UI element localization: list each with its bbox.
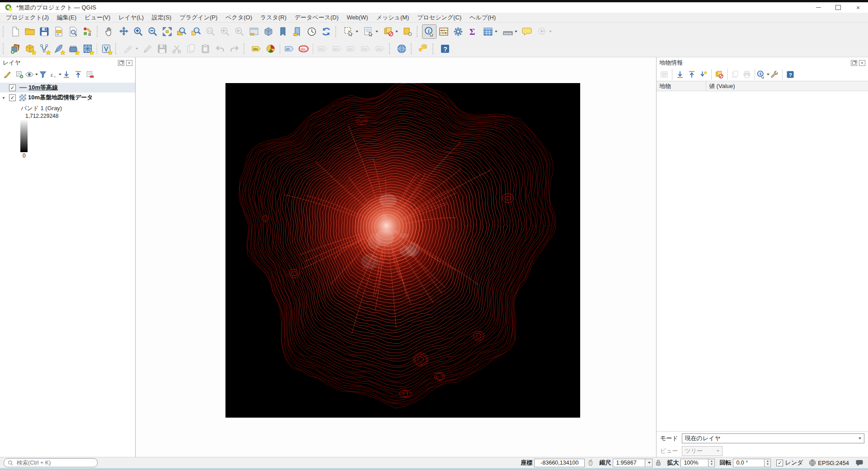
chevron-down-icon[interactable] [495, 31, 497, 33]
show-layout-manager-button[interactable] [66, 24, 80, 39]
map-canvas[interactable] [136, 57, 656, 457]
layer-diagram-options-button[interactable] [263, 42, 278, 56]
open-layer-styling-button[interactable] [2, 69, 14, 80]
menu-item-2[interactable]: ビュー(V) [80, 13, 114, 23]
menu-item-10[interactable]: メッシュ(M) [372, 13, 413, 23]
new-virtual-layer-button[interactable] [99, 42, 113, 56]
extent-toggle-icon[interactable] [586, 459, 595, 467]
processing-toolbox-button[interactable] [451, 24, 465, 39]
layers-panel-close-button[interactable]: × [126, 60, 132, 66]
open-project-button[interactable] [23, 24, 37, 39]
layer-row-contours[interactable]: ✓ 10m等高線 [0, 83, 135, 93]
layer2-expander[interactable]: ▾ [0, 95, 7, 100]
menu-item-6[interactable]: ベクタ(O) [221, 13, 256, 23]
data-source-manager-button[interactable] [8, 42, 23, 56]
rotation-spinner[interactable]: ▲▼ [765, 459, 771, 467]
new-print-layout-button[interactable] [52, 24, 66, 39]
show-statistics-button[interactable] [465, 24, 480, 39]
column-header-feature[interactable]: 地物 [657, 81, 706, 91]
layers-panel-float-button[interactable] [118, 60, 124, 66]
collapse-tree-button[interactable] [686, 69, 698, 80]
new-shapefile-layer-button[interactable] [37, 42, 52, 56]
chevron-down-icon[interactable] [395, 31, 398, 33]
chevron-down-icon[interactable] [356, 31, 358, 33]
highlight-pinned-labels-button[interactable] [282, 42, 296, 56]
new-temporary-scratch-layer-button[interactable] [66, 42, 80, 56]
select-features-by-value-button[interactable] [361, 24, 380, 39]
scale-dropdown-button[interactable] [645, 459, 652, 467]
new-spatial-bookmark-button[interactable] [276, 24, 290, 39]
layer2-checkbox[interactable]: ✓ [9, 94, 16, 101]
layer1-checkbox[interactable]: ✓ [9, 84, 16, 91]
menu-item-9[interactable]: Web(W) [343, 13, 372, 22]
new-map-view-button[interactable] [247, 24, 261, 39]
render-checkbox[interactable]: ✓ [776, 460, 783, 466]
manage-map-themes-button[interactable] [25, 69, 37, 80]
identify-mode-button[interactable] [757, 69, 769, 80]
add-group-button[interactable] [14, 69, 25, 80]
new-mesh-layer-button[interactable] [80, 42, 95, 56]
expand-tree-button[interactable] [674, 69, 686, 80]
expand-new-results-button[interactable] [698, 69, 709, 80]
identify-table-body[interactable] [657, 91, 868, 432]
layer-labeling-options-button[interactable] [249, 42, 263, 56]
help-contents-button[interactable] [438, 42, 452, 56]
select-by-location-button[interactable] [400, 24, 415, 39]
minimize-button[interactable] [808, 2, 828, 13]
zoom-out-button[interactable] [145, 24, 160, 39]
save-project-button[interactable] [37, 24, 52, 39]
expand-all-button[interactable] [61, 69, 72, 80]
close-button[interactable]: × [848, 2, 868, 13]
python-console-button[interactable] [416, 42, 431, 56]
menu-item-12[interactable]: ヘルプ(H) [465, 13, 500, 23]
chevron-down-icon[interactable] [136, 48, 138, 50]
mode-combobox[interactable]: 現在のレイヤ [682, 433, 864, 443]
zoom-to-selection-button[interactable] [189, 24, 203, 39]
zoom-full-extent-button[interactable] [160, 24, 174, 39]
zoom-to-layer-button[interactable] [174, 24, 189, 39]
filter-by-expression-button[interactable] [49, 69, 61, 80]
zoom-in-button[interactable] [131, 24, 145, 39]
statistical-summary-button[interactable] [436, 24, 451, 39]
crs-status-button[interactable]: EPSG:2454 [808, 459, 849, 467]
measure-line-button[interactable] [500, 24, 520, 39]
select-features-button[interactable] [341, 24, 361, 39]
new-geopackage-layer-button[interactable] [23, 42, 37, 56]
new-project-button[interactable] [8, 24, 23, 39]
show-unplaced-labels-button[interactable] [296, 42, 311, 56]
menu-item-5[interactable]: プラグイン(P) [175, 13, 221, 23]
new-spatialite-layer-button[interactable] [52, 42, 66, 56]
coordinate-input[interactable] [534, 459, 585, 467]
scale-input[interactable] [613, 459, 645, 467]
search-input[interactable] [16, 459, 94, 466]
refresh-map-button[interactable] [319, 24, 333, 39]
deselect-features-button[interactable] [380, 24, 400, 39]
magnifier-spinner[interactable]: ▲▼ [708, 459, 715, 467]
filter-legend-button[interactable] [37, 69, 49, 80]
menu-item-4[interactable]: 設定(S) [148, 13, 175, 23]
layer-row-raster[interactable]: ▾ ✓ 10m基盤地図情報データ [0, 93, 135, 102]
map-tips-button[interactable] [520, 24, 534, 39]
metasearch-button[interactable] [394, 42, 409, 56]
identify-features-button[interactable] [422, 24, 436, 39]
identify-panel-close-button[interactable]: × [859, 60, 865, 66]
maximize-button[interactable] [828, 2, 848, 13]
pan-to-selection-button[interactable] [117, 24, 131, 39]
menu-item-0[interactable]: プロジェクト(J) [2, 13, 53, 23]
chevron-down-icon[interactable] [549, 31, 552, 33]
identify-panel-float-button[interactable] [851, 60, 857, 66]
locator-search[interactable] [4, 458, 98, 467]
menu-item-11[interactable]: プロセシング(C) [413, 13, 465, 23]
new-3d-map-view-button[interactable] [261, 24, 276, 39]
menu-item-8[interactable]: データベース(D) [291, 13, 343, 23]
magnifier-input[interactable] [680, 459, 708, 467]
chevron-down-icon[interactable] [375, 31, 378, 33]
remove-layer-group-button[interactable] [84, 69, 96, 80]
show-spatial-bookmarks-button[interactable] [290, 24, 305, 39]
identify-help-button[interactable] [784, 69, 796, 80]
temporal-controller-button[interactable] [305, 24, 319, 39]
pan-map-button[interactable] [102, 24, 117, 39]
menu-item-3[interactable]: レイヤ(L) [114, 13, 148, 23]
chevron-down-icon[interactable] [515, 31, 517, 33]
messages-icon[interactable] [855, 459, 863, 467]
